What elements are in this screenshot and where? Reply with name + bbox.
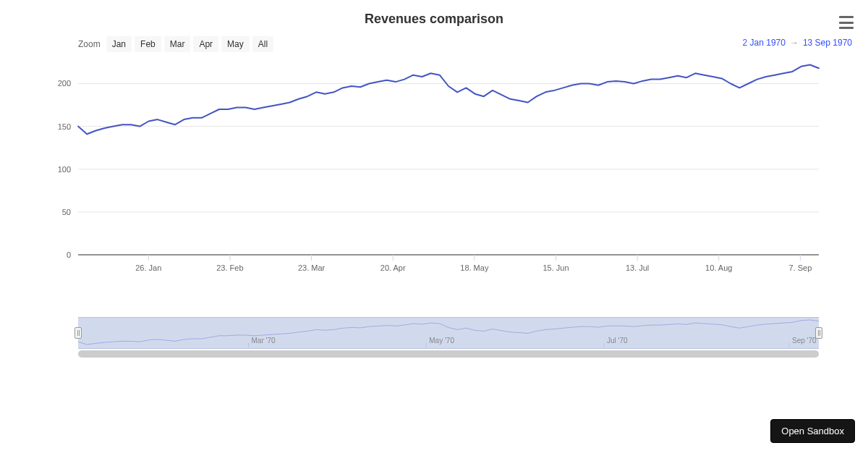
open-sandbox-button[interactable]: Open Sandbox — [770, 419, 855, 443]
plot-area[interactable]: 05010015020026. Jan23. Feb23. Mar20. Apr… — [78, 58, 819, 255]
x-axis-tick-label: 26. Jan — [135, 263, 161, 272]
x-axis-tick-label: 20. Apr — [380, 263, 406, 272]
x-axis-tick-label: 23. Feb — [216, 263, 243, 272]
y-axis-tick-label: 50 — [62, 208, 71, 216]
navigator-scrollbar-thumb[interactable] — [78, 350, 819, 358]
x-axis-tick-label: 10. Aug — [705, 263, 732, 272]
y-axis-tick-label: 200 — [58, 79, 71, 88]
range-display: 2 Jan 1970 → 13 Sep 1970 — [743, 38, 852, 48]
y-axis-tick-label: 0 — [67, 250, 71, 259]
zoom-bar: Zoom Jan Feb Mar Apr May All — [78, 36, 273, 52]
x-axis-tick-label: 15. Jun — [542, 263, 569, 272]
navigator-scrollbar-track[interactable] — [78, 350, 819, 358]
zoom-btn-jan[interactable]: Jan — [106, 36, 132, 52]
zoom-btn-mar[interactable]: Mar — [164, 36, 191, 52]
navigator-handle-right[interactable] — [815, 327, 822, 339]
navigator-handle-left[interactable] — [75, 327, 82, 339]
chart-title: Revenues comparison — [0, 12, 868, 27]
navigator-tick-label: Jul '70 — [607, 337, 628, 345]
zoom-btn-feb[interactable]: Feb — [135, 36, 161, 52]
x-axis-tick-label: 13. Jul — [626, 263, 649, 272]
navigator-tick-label: May '70 — [429, 337, 454, 345]
y-axis-tick-label: 150 — [58, 122, 71, 131]
zoom-btn-apr[interactable]: Apr — [193, 36, 218, 52]
x-axis-tick-label: 23. Mar — [298, 263, 326, 272]
navigator[interactable]: Mar '70May '70Jul '70Sep '70 — [78, 317, 819, 347]
range-to[interactable]: 13 Sep 1970 — [803, 38, 852, 48]
y-axis-tick-label: 100 — [58, 165, 71, 174]
chart-context-menu-button[interactable] — [839, 16, 854, 29]
zoom-btn-all[interactable]: All — [252, 36, 273, 52]
zoom-btn-may[interactable]: May — [221, 36, 250, 52]
x-axis-tick-label: 7. Sep — [788, 263, 812, 272]
series-line-revenue — [78, 65, 819, 135]
navigator-tick-label: Sep '70 — [792, 337, 817, 345]
x-axis-tick-label: 18. May — [460, 263, 489, 272]
range-from[interactable]: 2 Jan 1970 — [743, 38, 786, 48]
chart-container: Revenues comparison Zoom Jan Feb Mar Apr… — [0, 0, 868, 456]
range-arrow-icon: → — [790, 38, 799, 48]
navigator-tick-label: Mar '70 — [252, 337, 276, 345]
zoom-label: Zoom — [78, 39, 101, 49]
